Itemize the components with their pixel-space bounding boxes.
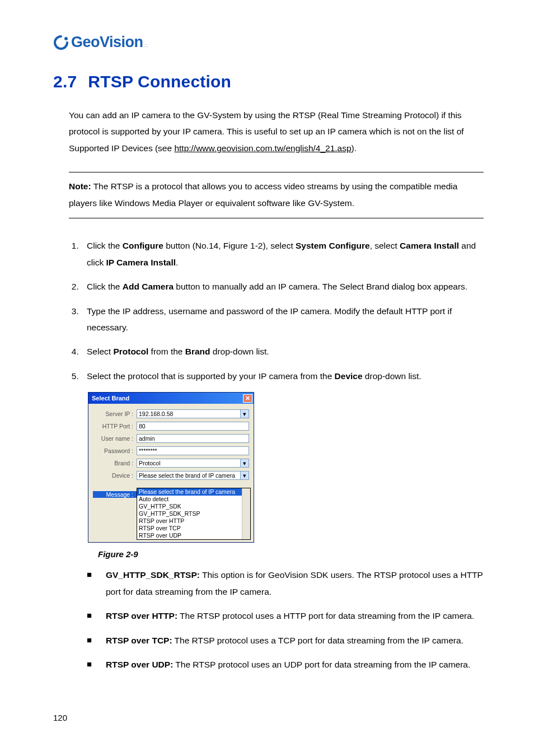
chevron-down-icon[interactable]: ▾ bbox=[240, 410, 249, 418]
figure-caption: Figure 2-9 bbox=[98, 549, 484, 559]
chevron-down-icon[interactable]: ▾ bbox=[240, 472, 249, 479]
dialog-titlebar: Select Brand ✕ bbox=[88, 393, 254, 404]
select-brand-dialog: Select Brand ✕ Server IP : 192.168.0.58 … bbox=[88, 392, 254, 543]
user-name-input[interactable]: admin bbox=[137, 434, 249, 443]
chevron-down-icon[interactable]: ▾ bbox=[240, 459, 249, 467]
bullet-gv-http-sdk-rtsp: GV_HTTP_SDK_RTSP: This option is for Geo… bbox=[87, 567, 484, 600]
protocol-descriptions: GV_HTTP_SDK_RTSP: This option is for Geo… bbox=[87, 567, 484, 673]
intro-text-after: ). bbox=[352, 143, 357, 153]
brand-select[interactable]: Protocol ▾ bbox=[137, 459, 249, 468]
device-select[interactable]: Please select the brand of IP camera ▾ bbox=[137, 471, 249, 480]
step-2: Click the Add Camera button to manually … bbox=[81, 278, 484, 295]
note-text: The RTSP is a protocol that allows you t… bbox=[69, 181, 457, 207]
device-option[interactable]: RTSP over TCP bbox=[137, 525, 250, 532]
device-option[interactable]: GV_HTTP_SDK bbox=[137, 503, 250, 510]
bullet-rtsp-over-tcp: RTSP over TCP: The RTSP protocol uses a … bbox=[87, 632, 484, 648]
dialog-body: Server IP : 192.168.0.58 ▾ HTTP Port : 8… bbox=[88, 404, 254, 542]
password-input[interactable]: ******** bbox=[137, 446, 249, 455]
page-number: 120 bbox=[53, 713, 67, 722]
bullet-rtsp-over-http: RTSP over HTTP: The RTSP protocol uses a… bbox=[87, 608, 484, 624]
note-box: Note: The RTSP is a protocol that allows… bbox=[69, 172, 484, 218]
brand-name: GeoVision bbox=[71, 34, 143, 51]
device-label: Device : bbox=[93, 472, 137, 479]
intro-paragraph: You can add an IP camera to the GV-Syste… bbox=[69, 107, 484, 156]
device-option[interactable]: Auto detect bbox=[137, 496, 250, 503]
server-ip-label: Server IP : bbox=[93, 410, 137, 417]
user-name-label: User name : bbox=[93, 435, 137, 442]
scrollbar[interactable] bbox=[242, 488, 250, 539]
server-ip-input[interactable]: 192.168.0.58 ▾ bbox=[137, 409, 249, 418]
section-title-text: RTSP Connection bbox=[88, 72, 231, 91]
logo-suffix-icon: ∴ bbox=[144, 43, 148, 49]
device-options-list[interactable]: Please select the brand of IP camera Aut… bbox=[137, 488, 251, 540]
note-label: Note: bbox=[69, 181, 91, 191]
password-label: Password : bbox=[93, 447, 137, 454]
step-4: Select Protocol from the Brand drop-down… bbox=[81, 343, 484, 360]
message-label: Message : bbox=[93, 491, 137, 498]
device-option[interactable]: GV_HTTP_SDK_RTSP bbox=[137, 510, 250, 517]
supported-devices-link[interactable]: http://www.geovision.com.tw/english/4_21… bbox=[174, 143, 351, 153]
section-heading: 2.7RTSP Connection bbox=[53, 72, 484, 91]
http-port-label: HTTP Port : bbox=[93, 423, 137, 430]
http-port-input[interactable]: 80 bbox=[137, 422, 249, 431]
steps-list: Click the Configure button (No.14, Figur… bbox=[69, 237, 484, 384]
svg-point-0 bbox=[64, 37, 68, 40]
logo-mark-icon bbox=[53, 35, 69, 50]
brand-label: Brand : bbox=[93, 460, 137, 466]
step-3: Type the IP address, username and passwo… bbox=[81, 303, 484, 336]
close-icon[interactable]: ✕ bbox=[243, 394, 252, 403]
step-1: Click the Configure button (No.14, Figur… bbox=[81, 237, 484, 270]
device-option[interactable]: Please select the brand of IP camera bbox=[137, 488, 250, 496]
brand-logo: GeoVision ∴ bbox=[53, 34, 484, 51]
figure-select-brand: Select Brand ✕ Server IP : 192.168.0.58 … bbox=[88, 392, 484, 543]
section-number: 2.7 bbox=[53, 72, 77, 91]
dialog-title-text: Select Brand bbox=[92, 395, 129, 402]
device-option[interactable]: RTSP over UDP bbox=[137, 532, 250, 539]
bullet-rtsp-over-udp: RTSP over UDP: The RTSP protocol uses an… bbox=[87, 656, 484, 673]
step-5: Select the protocol that is supported by… bbox=[81, 368, 484, 384]
device-option[interactable]: RTSP over HTTP bbox=[137, 517, 250, 525]
